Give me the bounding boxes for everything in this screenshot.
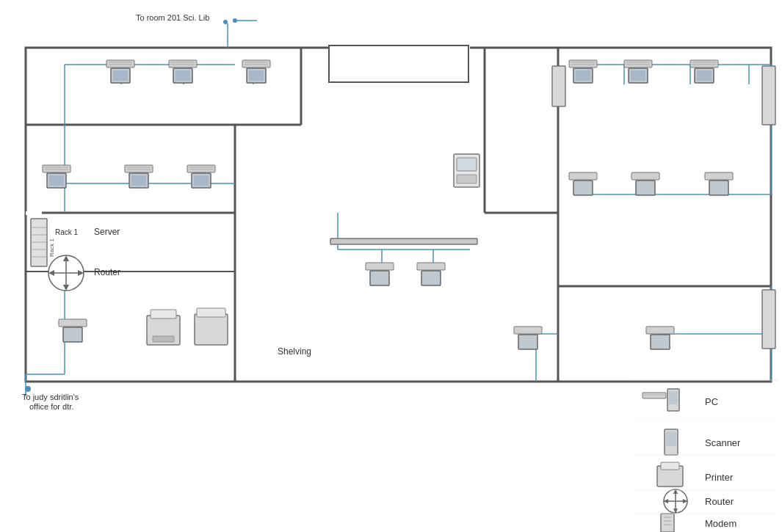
svg-text:Modem: Modem [705, 518, 736, 529]
svg-rect-120 [518, 335, 537, 349]
svg-rect-145 [666, 431, 676, 446]
svg-rect-108 [690, 60, 718, 68]
svg-rect-107 [631, 70, 645, 81]
svg-rect-95 [370, 271, 389, 285]
svg-rect-42 [106, 60, 134, 68]
svg-rect-116 [636, 181, 655, 195]
svg-rect-117 [705, 172, 733, 180]
svg-point-138 [25, 386, 31, 392]
svg-rect-118 [709, 181, 728, 195]
svg-rect-114 [573, 181, 593, 195]
svg-rect-128 [762, 290, 775, 349]
svg-text:Server: Server [94, 227, 120, 237]
svg-rect-96 [417, 263, 445, 270]
svg-rect-93 [330, 238, 477, 244]
svg-rect-158 [661, 514, 674, 532]
svg-text:To judy sdritlin's: To judy sdritlin's [22, 393, 79, 401]
svg-text:Router: Router [705, 496, 734, 507]
svg-rect-57 [43, 165, 70, 172]
svg-rect-51 [175, 70, 190, 81]
svg-text:Shelving: Shelving [278, 346, 311, 357]
svg-rect-56 [249, 70, 264, 81]
svg-rect-52 [242, 60, 270, 68]
svg-rect-122 [651, 335, 670, 349]
svg-rect-71 [194, 175, 209, 186]
svg-rect-62 [125, 165, 153, 172]
svg-text:Router: Router [94, 267, 120, 277]
svg-text:Rack 1: Rack 1 [48, 238, 55, 257]
svg-rect-66 [131, 175, 146, 186]
svg-point-27 [223, 20, 228, 24]
svg-rect-92 [197, 308, 225, 317]
svg-text:PC: PC [705, 396, 718, 407]
svg-rect-91 [195, 314, 228, 345]
diagram-container: Rack 1 [0, 0, 782, 532]
svg-rect-102 [576, 70, 590, 81]
svg-rect-124 [457, 158, 477, 171]
svg-rect-61 [49, 175, 64, 186]
svg-rect-67 [187, 165, 215, 172]
svg-rect-15 [26, 211, 42, 215]
svg-rect-113 [569, 172, 597, 180]
svg-rect-142 [669, 391, 678, 404]
svg-rect-89 [151, 310, 176, 318]
svg-rect-139 [642, 393, 666, 398]
svg-text:Printer: Printer [705, 472, 734, 483]
svg-rect-94 [366, 263, 394, 270]
svg-rect-126 [552, 66, 565, 106]
svg-rect-121 [646, 327, 674, 334]
svg-rect-127 [762, 66, 775, 125]
svg-rect-47 [169, 60, 197, 68]
svg-rect-46 [113, 70, 128, 81]
svg-rect-119 [514, 327, 542, 334]
svg-rect-90 [153, 336, 174, 342]
svg-text:Rack 1: Rack 1 [55, 228, 79, 236]
svg-rect-112 [697, 70, 712, 81]
svg-rect-87 [63, 327, 82, 342]
svg-text:To room 201 Sci. Lib: To room 201 Sci. Lib [136, 13, 209, 22]
floor-plan: Rack 1 [0, 0, 782, 532]
svg-rect-86 [59, 319, 87, 327]
svg-rect-97 [421, 271, 441, 285]
svg-rect-125 [457, 175, 477, 183]
svg-rect-148 [661, 462, 679, 470]
svg-rect-103 [624, 60, 652, 68]
svg-text:Scanner: Scanner [705, 437, 741, 448]
svg-rect-115 [631, 172, 659, 180]
svg-text:office for dtr.: office for dtr. [29, 402, 73, 411]
svg-rect-98 [569, 60, 597, 68]
